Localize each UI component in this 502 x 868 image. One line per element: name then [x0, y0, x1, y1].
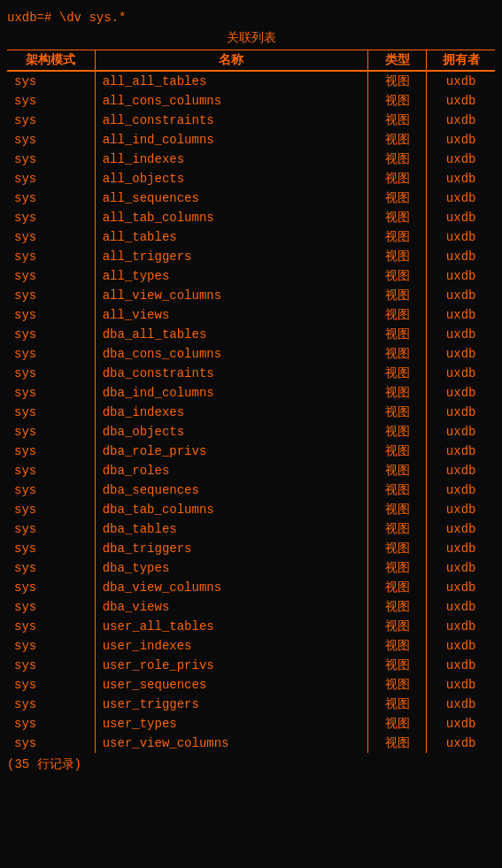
- cell-owner: uxdb: [427, 344, 495, 364]
- table-row: sysall_indexes视图uxdb: [7, 150, 495, 169]
- table-row: sysall_views视图uxdb: [7, 305, 495, 325]
- cell-name: all_ind_columns: [95, 130, 368, 150]
- cell-owner: uxdb: [427, 150, 495, 169]
- cell-name: all_tab_columns: [95, 208, 368, 227]
- cell-name: all_all_tables: [95, 71, 368, 91]
- cell-type: 视图: [368, 325, 427, 344]
- table-row: sysuser_sequences视图uxdb: [7, 675, 495, 695]
- data-table: 架构模式 名称 类型 拥有者 sysall_all_tables视图uxdbsy…: [7, 50, 495, 753]
- cell-schema: sys: [7, 91, 95, 111]
- cell-type: 视图: [368, 714, 427, 734]
- cell-type: 视图: [368, 150, 427, 169]
- cell-name: all_views: [95, 305, 368, 325]
- col-header-owner: 拥有者: [427, 50, 495, 72]
- table-row: sysdba_tables视图uxdb: [7, 519, 495, 539]
- cell-name: all_types: [95, 266, 368, 286]
- cell-owner: uxdb: [427, 383, 495, 403]
- cell-owner: uxdb: [427, 714, 495, 734]
- cell-name: dba_views: [95, 597, 368, 617]
- cell-type: 视图: [368, 480, 427, 500]
- cell-schema: sys: [7, 617, 95, 636]
- cell-owner: uxdb: [427, 188, 495, 208]
- cell-owner: uxdb: [427, 91, 495, 111]
- cell-type: 视图: [368, 130, 427, 150]
- table-row: sysdba_types视图uxdb: [7, 558, 495, 578]
- table-row: sysdba_all_tables视图uxdb: [7, 325, 495, 344]
- cell-schema: sys: [7, 208, 95, 227]
- cell-owner: uxdb: [427, 442, 495, 461]
- cell-name: dba_role_privs: [95, 442, 368, 461]
- cell-name: dba_ind_columns: [95, 383, 368, 403]
- cell-owner: uxdb: [427, 305, 495, 325]
- cell-schema: sys: [7, 403, 95, 422]
- cell-type: 视图: [368, 578, 427, 597]
- cell-type: 视图: [368, 422, 427, 442]
- cell-name: all_indexes: [95, 150, 368, 169]
- cell-name: user_types: [95, 714, 368, 734]
- command-line: uxdb=# \dv sys.*: [7, 11, 495, 25]
- table-row: sysall_all_tables视图uxdb: [7, 71, 495, 91]
- cell-type: 视图: [368, 519, 427, 539]
- table-row: sysall_tables视图uxdb: [7, 227, 495, 247]
- cell-name: dba_roles: [95, 461, 368, 480]
- cell-schema: sys: [7, 461, 95, 480]
- cell-type: 视图: [368, 305, 427, 325]
- cell-name: user_indexes: [95, 636, 368, 656]
- cell-schema: sys: [7, 325, 95, 344]
- cell-type: 视图: [368, 656, 427, 675]
- cell-owner: uxdb: [427, 266, 495, 286]
- cell-owner: uxdb: [427, 539, 495, 558]
- cell-schema: sys: [7, 442, 95, 461]
- cell-type: 视图: [368, 558, 427, 578]
- table-row: sysall_sequences视图uxdb: [7, 188, 495, 208]
- cell-name: all_triggers: [95, 247, 368, 266]
- cell-schema: sys: [7, 247, 95, 266]
- row-count-footer: (35 行记录): [7, 757, 495, 772]
- table-row: sysuser_triggers视图uxdb: [7, 695, 495, 714]
- cell-type: 视图: [368, 403, 427, 422]
- cell-schema: sys: [7, 636, 95, 656]
- table-row: sysuser_view_columns视图uxdb: [7, 734, 495, 753]
- col-header-schema: 架构模式: [7, 50, 95, 72]
- cell-type: 视图: [368, 500, 427, 519]
- cell-type: 视图: [368, 597, 427, 617]
- col-header-name: 名称: [95, 50, 368, 72]
- cell-type: 视图: [368, 71, 427, 91]
- cell-name: dba_tables: [95, 519, 368, 539]
- cell-owner: uxdb: [427, 695, 495, 714]
- cell-name: all_view_columns: [95, 286, 368, 305]
- cell-schema: sys: [7, 734, 95, 753]
- cell-type: 视图: [368, 539, 427, 558]
- cell-owner: uxdb: [427, 71, 495, 91]
- cell-schema: sys: [7, 519, 95, 539]
- cell-schema: sys: [7, 227, 95, 247]
- cell-type: 视图: [368, 208, 427, 227]
- cell-schema: sys: [7, 150, 95, 169]
- cell-schema: sys: [7, 539, 95, 558]
- cell-type: 视图: [368, 442, 427, 461]
- cell-schema: sys: [7, 480, 95, 500]
- table-row: sysuser_all_tables视图uxdb: [7, 617, 495, 636]
- cell-type: 视图: [368, 734, 427, 753]
- cell-schema: sys: [7, 695, 95, 714]
- cell-owner: uxdb: [427, 675, 495, 695]
- cell-name: user_role_privs: [95, 656, 368, 675]
- cell-owner: uxdb: [427, 111, 495, 130]
- cell-schema: sys: [7, 266, 95, 286]
- cell-name: dba_cons_columns: [95, 344, 368, 364]
- cell-owner: uxdb: [427, 227, 495, 247]
- cell-name: dba_sequences: [95, 480, 368, 500]
- cell-name: all_sequences: [95, 188, 368, 208]
- cell-type: 视图: [368, 91, 427, 111]
- cell-name: dba_objects: [95, 422, 368, 442]
- table-row: sysuser_role_privs视图uxdb: [7, 656, 495, 675]
- table-row: sysall_triggers视图uxdb: [7, 247, 495, 266]
- cell-name: user_view_columns: [95, 734, 368, 753]
- table-row: sysall_objects视图uxdb: [7, 169, 495, 188]
- cell-schema: sys: [7, 130, 95, 150]
- table-row: sysdba_constraints视图uxdb: [7, 364, 495, 383]
- table-row: sysdba_views视图uxdb: [7, 597, 495, 617]
- table-row: sysall_tab_columns视图uxdb: [7, 208, 495, 227]
- cell-schema: sys: [7, 71, 95, 91]
- cell-type: 视图: [368, 695, 427, 714]
